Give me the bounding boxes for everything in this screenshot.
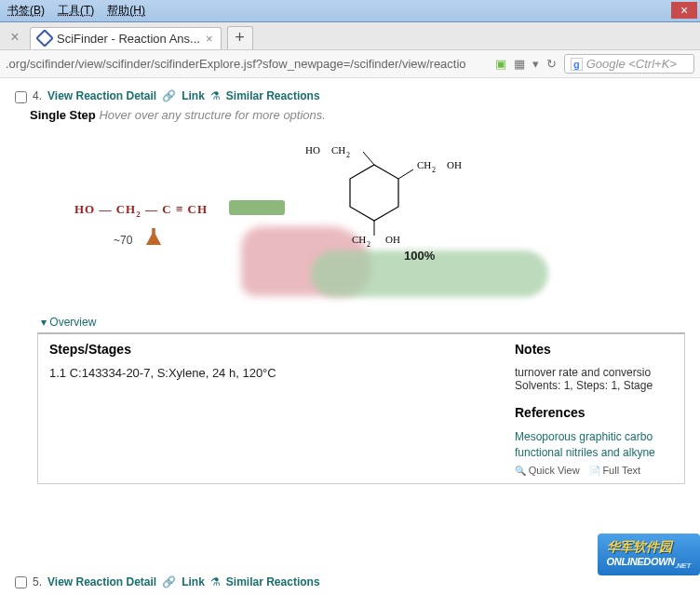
svg-line-2: [398, 169, 413, 179]
svg-text:OH: OH: [447, 159, 462, 170]
notes-line2: Solvents: 1, Steps: 1, Stage: [515, 379, 684, 392]
notes-header: Notes: [515, 342, 684, 357]
link-link[interactable]: Link: [182, 89, 205, 102]
view-reaction-detail-link[interactable]: View Reaction Detail: [47, 89, 156, 102]
permalink-icon-5[interactable]: 🔗: [162, 575, 176, 588]
tab-bar: × SciFinder - Reaction Ans... × +: [0, 22, 700, 50]
full-text-link[interactable]: Full Text: [589, 465, 641, 476]
reference-link-1[interactable]: Mesoporous graphitic carbo: [515, 429, 684, 445]
result-4-header: 4. View Reaction Detail 🔗 Link ⚗ Similar…: [15, 89, 685, 102]
reactant-yield: ~70: [114, 234, 132, 247]
result-5-header: 5. View Reaction Detail 🔗 Link ⚗ Similar…: [15, 575, 320, 588]
new-tab-button[interactable]: +: [227, 26, 253, 49]
overview-toggle[interactable]: Overview: [41, 316, 96, 329]
reference-link-2[interactable]: functional nitriles and alkyne: [515, 445, 684, 461]
flask-icon-small[interactable]: [145, 228, 162, 245]
result-5-number: 5.: [33, 575, 42, 588]
watermark-en: ONLINEDOWN.NET: [607, 556, 691, 570]
reactant-structure[interactable]: HO — CH2 — C ≡ CH: [74, 202, 208, 219]
flask-icon-5: ⚗: [210, 575, 221, 588]
result-5-checkbox[interactable]: [15, 576, 27, 588]
google-icon: g: [571, 58, 583, 71]
reaction-arrow-smudge: [229, 200, 285, 215]
permalink-icon[interactable]: 🔗: [162, 89, 176, 102]
shield-icon[interactable]: ▣: [495, 57, 506, 71]
menu-help[interactable]: 帮助(H): [107, 3, 145, 19]
similar-reactions-link-5[interactable]: Similar Reactions: [226, 575, 320, 588]
flask-icon: ⚗: [210, 89, 221, 102]
detail-box: Steps/Stages 1.1 C:143334-20-7, S:Xylene…: [37, 332, 685, 484]
reload-icon[interactable]: ↻: [546, 57, 557, 71]
steps-column: Steps/Stages 1.1 C:143334-20-7, S:Xylene…: [38, 334, 507, 483]
result-4-checkbox[interactable]: [15, 91, 27, 103]
dropdown-icon[interactable]: ▾: [532, 57, 539, 71]
svg-text:2: 2: [367, 240, 370, 249]
link-link-5[interactable]: Link: [182, 575, 205, 588]
references-header: References: [515, 405, 684, 420]
notes-column: Notes turnover rate and conversio Solven…: [507, 334, 684, 483]
svg-text:HO: HO: [305, 144, 320, 156]
browser-search-box[interactable]: g Google <Ctrl+K>: [564, 54, 694, 74]
search-placeholder: Google <Ctrl+K>: [586, 57, 677, 71]
result-4-number: 4.: [33, 89, 42, 102]
svg-text:CH: CH: [331, 144, 345, 156]
watermark-badge: 华军软件园 ONLINEDOWN.NET: [598, 534, 700, 575]
svg-marker-0: [350, 165, 398, 221]
svg-line-1: [363, 152, 374, 165]
addrbar-toolbar: ▣ ▦ ▾ ↻ g Google <Ctrl+K>: [495, 54, 694, 74]
address-bar: .org/scifinder/view/scifinder/scifinderE…: [0, 50, 700, 78]
tab-close-icon[interactable]: ×: [206, 32, 213, 46]
tab-active[interactable]: SciFinder - Reaction Ans... ×: [30, 27, 222, 49]
steps-header: Steps/Stages: [49, 342, 496, 357]
svg-text:OH: OH: [385, 234, 400, 245]
menu-tools[interactable]: 工具(T): [58, 3, 94, 19]
doc-actions: Quick View Full Text: [515, 465, 684, 476]
url-text[interactable]: .org/scifinder/view/scifinder/scifinderE…: [6, 57, 466, 71]
step-1-1: 1.1 C:143334-20-7, S:Xylene, 24 h, 120°C: [49, 366, 496, 380]
scifinder-favicon: [35, 29, 54, 47]
svg-text:2: 2: [432, 166, 436, 174]
svg-text:CH: CH: [417, 159, 431, 170]
product-yield: 100%: [404, 249, 435, 263]
watermark-cn: 华军软件园: [607, 539, 691, 556]
overview-section: Overview: [41, 316, 685, 329]
menu-bookmarks[interactable]: 书签(B): [7, 3, 45, 19]
page-content: 4. View Reaction Detail 🔗 Link ⚗ Similar…: [0, 78, 700, 592]
similar-reactions-link[interactable]: Similar Reactions: [226, 89, 320, 102]
view-reaction-detail-link-5[interactable]: View Reaction Detail: [47, 575, 156, 588]
tab-title: SciFinder - Reaction Ans...: [57, 32, 200, 46]
svg-text:2: 2: [346, 151, 350, 159]
grid-icon[interactable]: ▦: [514, 57, 525, 71]
notes-line1: turnover rate and conversio: [515, 366, 684, 379]
product-structure[interactable]: HOCH2 CH2OH CH2OH: [300, 137, 486, 249]
single-step-line: Single Step Hover over any structure for…: [30, 108, 685, 122]
quick-view-link[interactable]: Quick View: [515, 465, 580, 476]
svg-text:CH: CH: [352, 234, 366, 245]
single-step-label: Single Step: [30, 108, 96, 122]
tab-blank-close[interactable]: ×: [6, 29, 24, 47]
reaction-scheme: HO — CH2 — C ≡ CH ~70 100% HOCH2 CH2OH C…: [22, 133, 678, 310]
window-close-button[interactable]: ×: [671, 2, 697, 19]
single-step-hint: Hover over any structure for more option…: [99, 108, 326, 122]
browser-menu-bar: 书签(B) 工具(T) 帮助(H) ×: [0, 0, 700, 22]
